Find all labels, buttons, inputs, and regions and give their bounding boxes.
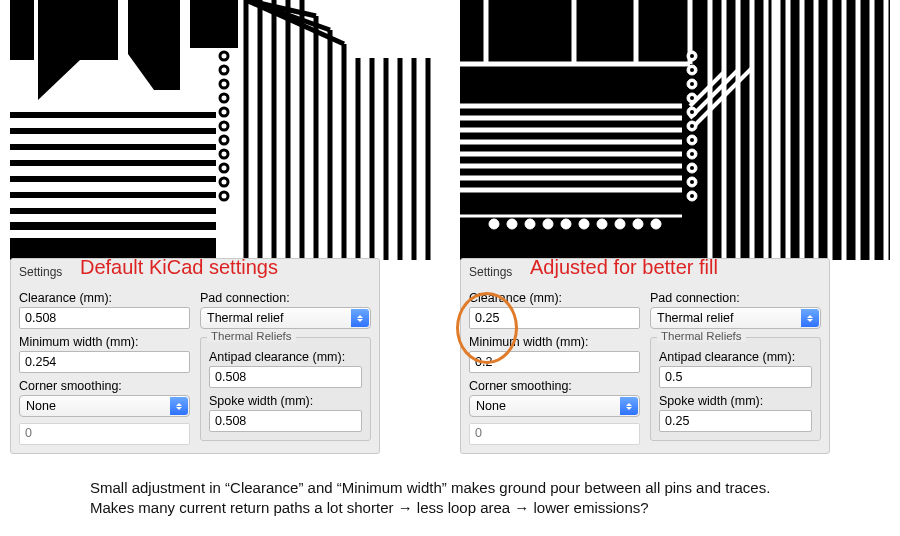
svg-point-107 xyxy=(690,110,694,114)
svg-point-98 xyxy=(579,219,589,229)
spoke-input[interactable] xyxy=(659,410,812,432)
thermal-reliefs-group: Thermal Reliefs Antipad clearance (mm): … xyxy=(200,337,371,441)
svg-point-112 xyxy=(690,180,694,184)
thermal-reliefs-group: Thermal Reliefs Antipad clearance (mm): … xyxy=(650,337,821,441)
svg-rect-4 xyxy=(128,0,180,54)
caption: Small adjustment in “Clearance” and “Min… xyxy=(90,478,860,519)
svg-rect-11 xyxy=(10,176,216,182)
svg-point-94 xyxy=(507,219,517,229)
svg-rect-6 xyxy=(190,0,238,48)
panel-adjusted: Adjusted for better fill Settings Cleara… xyxy=(460,0,890,260)
svg-rect-8 xyxy=(10,128,216,134)
panel-default: Default KiCad settings Settings Clearanc… xyxy=(10,0,440,260)
padconn-label: Pad connection: xyxy=(650,291,821,305)
overlay-title-right: Adjusted for better fill xyxy=(530,256,718,279)
smoothing-select[interactable]: None xyxy=(469,395,640,417)
svg-rect-1 xyxy=(10,0,34,60)
antipad-label: Antipad clearance (mm): xyxy=(659,350,812,364)
antipad-input[interactable] xyxy=(659,366,812,388)
svg-point-100 xyxy=(615,219,625,229)
svg-point-99 xyxy=(597,219,607,229)
svg-point-113 xyxy=(690,194,694,198)
clearance-label: Clearance (mm): xyxy=(19,291,190,305)
padconn-label: Pad connection: xyxy=(200,291,371,305)
smoothing-select[interactable]: None xyxy=(19,395,190,417)
updown-icon xyxy=(351,309,369,327)
clearance-label: Clearance (mm): xyxy=(469,291,640,305)
svg-point-104 xyxy=(690,68,694,72)
svg-point-97 xyxy=(561,219,571,229)
thermal-reliefs-title: Thermal Reliefs xyxy=(207,330,296,342)
svg-rect-13 xyxy=(10,208,216,214)
svg-rect-9 xyxy=(10,144,216,150)
corner-radius-input[interactable]: 0 xyxy=(19,423,190,445)
svg-rect-114 xyxy=(460,204,682,214)
svg-point-95 xyxy=(525,219,535,229)
pcb-image-default xyxy=(10,0,440,260)
settings-panel-right: Settings Clearance (mm): Minimum width (… xyxy=(460,258,830,454)
minwidth-label: Minimum width (mm): xyxy=(469,335,640,349)
padconn-select[interactable]: Thermal relief xyxy=(200,307,371,329)
pcb-image-adjusted xyxy=(460,0,890,260)
spoke-input[interactable] xyxy=(209,410,362,432)
svg-point-103 xyxy=(690,54,694,58)
minwidth-label: Minimum width (mm): xyxy=(19,335,190,349)
antipad-label: Antipad clearance (mm): xyxy=(209,350,362,364)
svg-point-109 xyxy=(690,138,694,142)
spoke-label: Spoke width (mm): xyxy=(209,394,362,408)
padconn-select[interactable]: Thermal relief xyxy=(650,307,821,329)
smoothing-label: Corner smoothing: xyxy=(19,379,190,393)
padconn-value: Thermal relief xyxy=(207,311,283,325)
smoothing-label: Corner smoothing: xyxy=(469,379,640,393)
svg-point-93 xyxy=(489,219,499,229)
settings-panel-left: Settings Clearance (mm): Minimum width (… xyxy=(10,258,380,454)
updown-icon xyxy=(620,397,638,415)
antipad-input[interactable] xyxy=(209,366,362,388)
updown-icon xyxy=(801,309,819,327)
caption-line-2: Makes many current return paths a lot sh… xyxy=(90,498,860,518)
thermal-reliefs-title: Thermal Reliefs xyxy=(657,330,746,342)
svg-point-102 xyxy=(651,219,661,229)
spoke-label: Spoke width (mm): xyxy=(659,394,812,408)
svg-point-101 xyxy=(633,219,643,229)
corner-radius-input[interactable]: 0 xyxy=(469,423,640,445)
svg-point-106 xyxy=(690,96,694,100)
svg-point-108 xyxy=(690,124,694,128)
caption-line-1: Small adjustment in “Clearance” and “Min… xyxy=(90,478,860,498)
updown-icon xyxy=(170,397,188,415)
svg-rect-7 xyxy=(10,112,216,118)
smoothing-value: None xyxy=(26,399,56,413)
svg-rect-12 xyxy=(10,192,216,198)
overlay-title-left: Default KiCad settings xyxy=(80,256,278,279)
svg-rect-10 xyxy=(10,160,216,166)
minwidth-input[interactable] xyxy=(469,351,640,373)
svg-rect-14 xyxy=(10,222,216,230)
smoothing-value: None xyxy=(476,399,506,413)
clearance-input[interactable] xyxy=(19,307,190,329)
svg-point-96 xyxy=(543,219,553,229)
padconn-value: Thermal relief xyxy=(657,311,733,325)
svg-point-110 xyxy=(690,152,694,156)
svg-point-105 xyxy=(690,82,694,86)
svg-point-111 xyxy=(690,166,694,170)
minwidth-input[interactable] xyxy=(19,351,190,373)
clearance-input[interactable] xyxy=(469,307,640,329)
svg-rect-2 xyxy=(38,0,118,60)
